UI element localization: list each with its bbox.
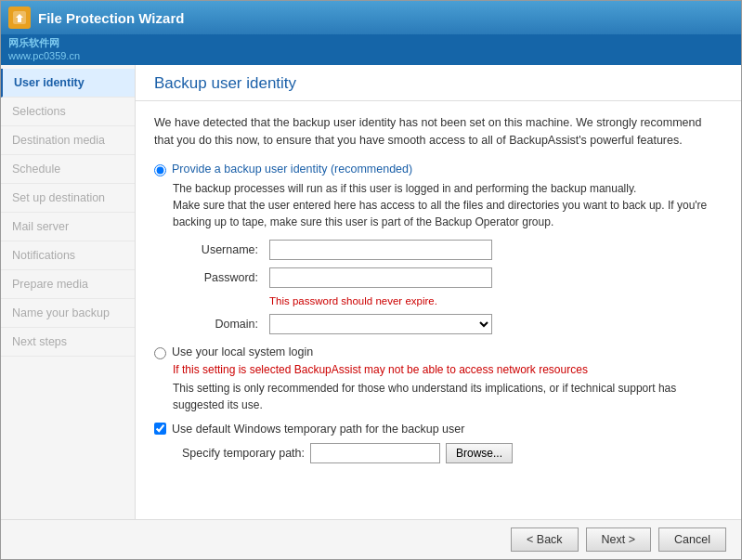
- next-button[interactable]: Next >: [586, 527, 651, 552]
- option2-section: Use your local system login If this sett…: [154, 345, 722, 413]
- username-input[interactable]: [269, 240, 492, 260]
- option2-label[interactable]: Use your local system login: [172, 345, 313, 358]
- option2-radio[interactable]: [154, 347, 166, 359]
- temp-path-input[interactable]: [310, 443, 440, 463]
- content-area: User identity Selections Destination med…: [1, 65, 741, 519]
- option1-label[interactable]: Provide a backup user identity (recommen…: [172, 163, 412, 176]
- sidebar-item-prepare-media: Prepare media: [1, 270, 135, 299]
- option2-description: This setting is only recommended for tho…: [173, 380, 722, 413]
- watermark-url: www.pc0359.cn: [8, 50, 734, 61]
- sidebar-item-notifications: Notifications: [1, 241, 135, 270]
- page-body: We have detected that the backup user id…: [136, 101, 741, 519]
- warning-text: We have detected that the backup user id…: [154, 114, 722, 150]
- option2-radio-row: Use your local system login: [154, 345, 722, 359]
- main-content: Backup user identity We have detected th…: [136, 65, 741, 519]
- temp-path-checkbox-row: Use default Windows temporary path for t…: [154, 423, 722, 436]
- sidebar-item-user-identity[interactable]: User identity: [1, 69, 135, 98]
- temp-path-checkbox-label[interactable]: Use default Windows temporary path for t…: [172, 423, 464, 436]
- sidebar-item-schedule: Schedule: [1, 155, 135, 184]
- page-header: Backup user identity: [136, 65, 741, 101]
- sidebar-item-mail-server: Mail server: [1, 213, 135, 241]
- password-input[interactable]: [269, 267, 492, 288]
- option1-radio-row: Provide a backup user identity (recommen…: [154, 163, 722, 176]
- sidebar-item-name-backup: Name your backup: [1, 299, 135, 328]
- footer: < Back Next > Cancel: [1, 519, 741, 559]
- expire-note: This password should never expire.: [269, 295, 511, 306]
- domain-select[interactable]: [269, 314, 492, 334]
- option1-section: Provide a backup user identity (recommen…: [154, 163, 722, 334]
- watermark-site: 网乐软件网: [8, 36, 734, 50]
- default-temp-checkbox[interactable]: [154, 423, 166, 435]
- cancel-button[interactable]: Cancel: [658, 527, 726, 552]
- sidebar-item-destination-media: Destination media: [1, 126, 135, 155]
- title-bar: File Protection Wizard: [1, 1, 741, 34]
- option1-radio[interactable]: [154, 164, 166, 176]
- username-label: Username:: [173, 243, 266, 256]
- window-title: File Protection Wizard: [38, 10, 184, 26]
- option1-description: The backup processes will run as if this…: [173, 180, 722, 230]
- option2-warning: If this setting is selected BackupAssist…: [173, 363, 722, 376]
- app-icon: [8, 7, 31, 29]
- password-label: Password:: [173, 271, 266, 284]
- main-window: File Protection Wizard 网乐软件网 www.pc0359.…: [0, 0, 742, 560]
- watermark-bar: 网乐软件网 www.pc0359.cn: [1, 34, 741, 65]
- temp-path-label: Specify temporary path:: [182, 447, 305, 460]
- page-title: Backup user identity: [154, 74, 296, 92]
- credentials-form: Username: Password: This password should…: [173, 240, 722, 334]
- domain-label: Domain:: [173, 318, 266, 331]
- sidebar-item-next-steps: Next steps: [1, 328, 135, 357]
- sidebar-item-selections: Selections: [1, 98, 135, 126]
- browse-button[interactable]: Browse...: [446, 443, 513, 463]
- sidebar-item-set-up-destination: Set up destination: [1, 184, 135, 213]
- back-button[interactable]: < Back: [511, 527, 579, 552]
- sidebar: User identity Selections Destination med…: [1, 65, 136, 519]
- temp-path-row: Specify temporary path: Browse...: [182, 443, 722, 463]
